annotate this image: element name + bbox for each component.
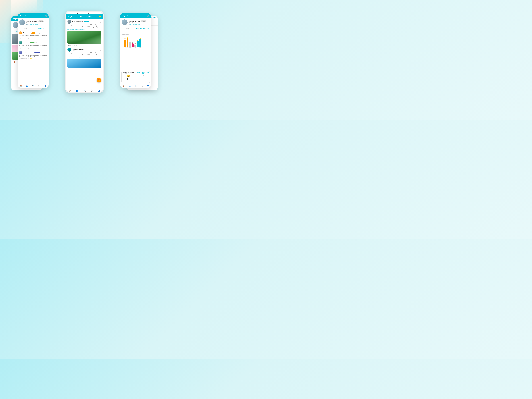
share-david[interactable]: ↗ (78, 44, 79, 46)
username-left-front: claudia_sonrisa (26, 20, 37, 22)
nav-home-lb[interactable]: 🏠 (11, 61, 17, 63)
tag-gloria: pintora (31, 32, 35, 34)
nav-users-c[interactable]: 👥 (73, 89, 81, 92)
avatar-elpoderdelamente (67, 48, 71, 52)
notch-row (66, 12, 103, 14)
chart-label: Total de registros (122, 34, 150, 35)
tab-diario-rf[interactable]: DIARIO (120, 27, 136, 30)
center-post-1: david_hernandez psicólogo 5mn ⋮ Lorem ip… (66, 19, 103, 47)
stat-label-estado: Tu estado más común (123, 72, 134, 73)
fav-neeshaan[interactable]: ⭐ (30, 58, 32, 59)
comments-david[interactable]: 💬 2 comentarios (67, 44, 77, 46)
username-david: david_hernandez (72, 21, 83, 22)
right-front-title: Mi perfil (122, 15, 129, 17)
share-neeshaan[interactable]: ↗ (28, 58, 29, 59)
avatar-gloria (19, 31, 22, 34)
bar-sab-rect (137, 41, 139, 47)
followers-left-front: 50 seguidos (26, 22, 47, 23)
period-año[interactable]: Año (135, 32, 137, 33)
gear-icon-right-front[interactable]: ⚙️ (147, 15, 149, 17)
progress-left-front: 30% perfil completado (28, 24, 38, 25)
card-left-front: Mi perfil ⚙️ claudia_sonrisa Público 50 … (18, 13, 49, 88)
fav-ania[interactable]: ⭐ (30, 48, 32, 49)
nav-chat-rf[interactable]: 💬 (139, 85, 145, 87)
nav-home-rf[interactable]: 🏠 (120, 85, 127, 87)
comments-ania[interactable]: 💬 2 comentarios (19, 48, 27, 49)
nav-profile-c[interactable]: 👤 (95, 89, 103, 92)
sparkle-icon[interactable]: ✨ (98, 15, 101, 18)
time-elpoderdelamente: 13mn (73, 50, 84, 51)
bar-lun: 😟 Lun (124, 38, 126, 48)
progress-right-front: 30% perfil completado (130, 24, 140, 25)
avatar-neeshaan (19, 51, 22, 54)
more-elpoderdelamente[interactable]: ⋮ (100, 49, 101, 51)
nav-search-lf[interactable]: 🔍 (30, 85, 36, 87)
more-david[interactable]: ⋮ (100, 21, 101, 23)
text-gloria: Lorem ipsum dolor sit amet, consectetur … (19, 35, 47, 38)
text-ania: Lorem ipsum dolor sit amet, consectetur … (19, 44, 47, 47)
notch-dot-1 (77, 13, 78, 13)
nav-users-rf[interactable]: 👥 (127, 85, 133, 87)
bar-chart: 😟 Lun 😟 Mar 😐 Mié 😰 (122, 35, 150, 48)
fab-edit[interactable]: ✏️ (97, 78, 101, 82)
feed-item-neeshaan: neeshaan_el_pasha entrenador ⋮ Lorem ips… (18, 50, 49, 60)
comments-neeshaan[interactable]: 💬 2 comentarios (19, 58, 27, 59)
comments-gloria[interactable]: 💬 2 comentarios (19, 38, 27, 39)
app-greeting: ¡Hola Claudia! (79, 16, 92, 18)
nav-profile-lf[interactable]: 👤 (42, 85, 49, 87)
share-ania[interactable]: ↗ (28, 48, 29, 49)
notch-dot-3 (80, 13, 81, 13)
nav-search-c[interactable]: 🔍 (81, 89, 88, 92)
tag-david: psicólogo (84, 21, 89, 22)
period-dia[interactable]: Día (122, 32, 123, 33)
stats-row: Tu estado más común Total registros 😊 21… (120, 70, 151, 84)
feed-item-gloria: gloria_estefan pintora 1mn ⋮ Lorem ipsum… (18, 30, 49, 40)
stat-number-estado: 21 (127, 78, 130, 81)
tab-favoritos-lf[interactable]: FAVORITOS (33, 27, 49, 30)
nav-users-lf[interactable]: 👥 (24, 85, 30, 87)
nav-search-rf[interactable]: 🔍 (133, 85, 139, 87)
avatar-right-front (122, 19, 127, 25)
stat-icon-estado: 😊 (127, 75, 130, 77)
tabs-left-front: GALERÍA FAVORITOS (18, 27, 49, 30)
avatar-left-front (19, 19, 25, 25)
nav-home-lf[interactable]: 🏠 (18, 85, 24, 87)
stat-label-expresion: Modo de expresión más usado (137, 72, 149, 74)
fav-gloria[interactable]: ⭐ (30, 38, 32, 39)
avatar-ania (19, 41, 22, 44)
card-center: Sayf. ¡Hola Claudia! ✨ david_hernandez p… (65, 11, 104, 93)
more-ania[interactable]: ⋮ (38, 42, 40, 44)
nav-chat-lf[interactable]: 💬 (36, 85, 42, 87)
bar-dom: 😟 Dom (139, 38, 141, 48)
period-semana[interactable]: Semana (125, 32, 129, 33)
tab-galeria-lf[interactable]: GALERÍA (18, 27, 33, 30)
notch-dot-4 (90, 13, 90, 13)
followers-right-front: 50 seguidos (129, 22, 150, 23)
time-david: 5mn (72, 23, 89, 24)
fav-david[interactable]: ☆ (81, 44, 82, 46)
center-header: Sayf. ¡Hola Claudia! ✨ (66, 14, 103, 19)
post-img-david (67, 31, 101, 44)
stat-card-estado: Tu estado más común Total registros 😊 21 (121, 71, 135, 83)
hashtags-david: #psicológiaconductiva #ansiedad #TCC (67, 28, 101, 30)
gear-icon-left-front[interactable]: ⚙️ (45, 15, 47, 17)
bar-mie-rect (129, 42, 131, 47)
bottom-nav-center: 🏠 👥 🔍 💬 👤 (66, 88, 103, 92)
post-img-elpoderdelamente (67, 58, 101, 68)
more-gloria[interactable]: ⋮ (38, 32, 40, 34)
share-gloria[interactable]: ↗ (28, 38, 29, 39)
period-mes[interactable]: Mes (131, 32, 133, 33)
tab-historial-rf[interactable]: HISTORIAL EMOCIONAL (136, 27, 151, 30)
profile-row-left-front: claudia_sonrisa Público 50 seguidos 🔄 30… (18, 18, 49, 27)
nav-profile-rf[interactable]: 👤 (145, 85, 151, 87)
nav-chat-c[interactable]: 💬 (88, 89, 95, 92)
feed-name-gloria: gloria_estefan (23, 32, 30, 34)
more-neeshaan[interactable]: ⋮ (41, 51, 43, 54)
stat-icon-expresion: 💬 (141, 76, 145, 79)
nav-home-c[interactable]: 🏠 (66, 89, 73, 92)
bar-sab: 😟 Sáb (137, 39, 139, 48)
feed-left-front: gloria_estefan pintora 1mn ⋮ Lorem ipsum… (18, 30, 49, 84)
bottom-nav-right-front: 🏠 👥 🔍 💬 👤 (120, 84, 151, 88)
username-elpoderdelamente: Elpoderdelamente (73, 49, 84, 50)
feed-item-ania: ania_saenz fotógrafa 1mn ⋮ Lorem ipsum d… (18, 40, 49, 50)
